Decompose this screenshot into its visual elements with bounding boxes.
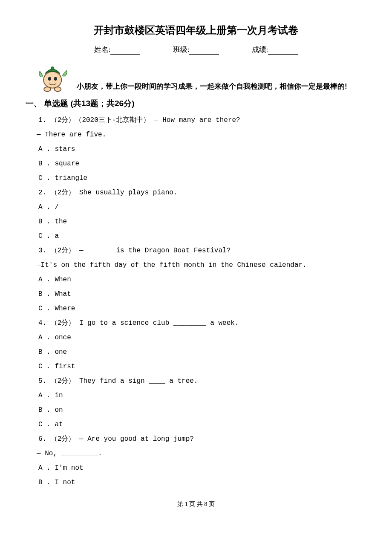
svg-point-1 <box>48 77 51 81</box>
section-1-header: 一、 单选题 (共13题；共26分) <box>26 98 366 109</box>
page-footer: 第 1 页 共 8 页 <box>26 500 366 508</box>
q1-option-c[interactable]: C . triangle <box>38 173 366 183</box>
questions-block: 1. （2分）（2020三下·北京期中） — How many are ther… <box>38 115 366 488</box>
q6-option-b[interactable]: B . I not <box>38 477 366 488</box>
svg-point-2 <box>54 77 57 81</box>
q6-stem-1: 6. （2分） — Are you good at long jump? <box>38 434 366 444</box>
q3-stem-2: —It's on the fifth day of the fifth mont… <box>37 260 366 270</box>
q5-option-c[interactable]: C . at <box>38 419 366 430</box>
name-blank[interactable] <box>110 54 140 55</box>
mascot-row: 小朋友，带上你一段时间的学习成果，一起来做个自我检测吧，相信你一定是最棒的! <box>34 63 366 93</box>
page-title: 开封市鼓楼区英语四年级上册第一次月考试卷 <box>26 23 366 37</box>
svg-point-5 <box>55 87 61 92</box>
student-info-line: 姓名: 班级: 成绩: <box>26 45 366 55</box>
class-label: 班级: <box>173 46 190 54</box>
score-field: 成绩: <box>252 45 298 55</box>
q3-option-c[interactable]: C . Where <box>38 304 366 314</box>
q6-option-a[interactable]: A . I'm not <box>38 463 366 473</box>
q2-option-c[interactable]: C . a <box>38 231 366 241</box>
svg-point-4 <box>44 87 51 92</box>
score-blank[interactable] <box>268 54 298 55</box>
q5-stem: 5. （2分） They find a sign ____ a tree. <box>38 376 366 386</box>
q6-stem-2: — No, _________. <box>37 448 366 459</box>
exam-page: 开封市鼓楼区英语四年级上册第一次月考试卷 姓名: 班级: 成绩: 小朋友，带上你… <box>0 0 392 521</box>
score-label: 成绩: <box>252 46 268 54</box>
q4-option-b[interactable]: B . one <box>38 347 366 357</box>
class-blank[interactable] <box>189 54 219 55</box>
q1-stem-2: — There are five. <box>37 130 366 140</box>
encouragement-text: 小朋友，带上你一段时间的学习成果，一起来做个自我检测吧，相信你一定是最棒的! <box>77 81 347 93</box>
q3-option-b[interactable]: B . What <box>38 289 366 299</box>
q1-option-a[interactable]: A . stars <box>38 144 366 154</box>
q2-stem: 2. （2分） She usually plays piano. <box>38 188 366 198</box>
q3-option-a[interactable]: A . When <box>38 275 366 285</box>
q2-option-b[interactable]: B . the <box>38 217 366 227</box>
svg-point-0 <box>43 72 61 88</box>
q4-option-c[interactable]: C . first <box>38 361 366 372</box>
q4-option-a[interactable]: A . once <box>38 332 366 343</box>
q1-option-b[interactable]: B . square <box>38 159 366 169</box>
q5-option-b[interactable]: B . on <box>38 405 366 415</box>
q1-stem-1: 1. （2分）（2020三下·北京期中） — How many are ther… <box>38 115 366 125</box>
name-label: 姓名: <box>94 46 111 54</box>
mascot-icon <box>34 63 72 93</box>
q2-option-a[interactable]: A . / <box>38 202 366 212</box>
q3-stem-1: 3. （2分） —_______ is the Dragon Boat Fest… <box>38 246 366 256</box>
svg-point-3 <box>51 67 54 70</box>
q5-option-a[interactable]: A . in <box>38 390 366 401</box>
q4-stem: 4. （2分） I go to a science club ________ … <box>38 318 366 328</box>
class-field: 班级: <box>173 45 219 55</box>
name-field: 姓名: <box>94 45 141 55</box>
